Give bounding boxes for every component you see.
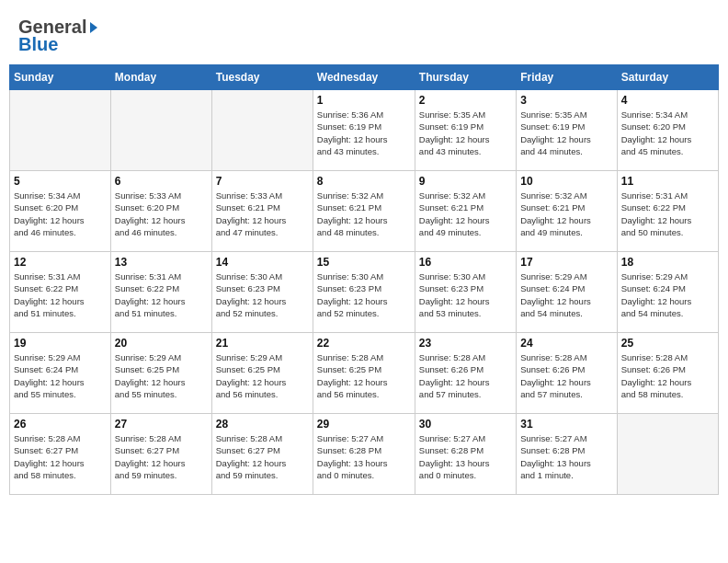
calendar-cell: 6Sunrise: 5:33 AM Sunset: 6:20 PM Daylig… [110,171,211,252]
day-number: 23 [419,337,512,350]
day-info: Sunrise: 5:31 AM Sunset: 6:22 PM Dayligh… [115,270,208,319]
day-info: Sunrise: 5:35 AM Sunset: 6:19 PM Dayligh… [419,109,512,157]
day-info: Sunrise: 5:28 AM Sunset: 6:27 PM Dayligh… [115,432,208,481]
day-number: 26 [14,418,107,431]
day-info: Sunrise: 5:28 AM Sunset: 6:26 PM Dayligh… [419,351,512,400]
day-number: 11 [621,175,714,188]
logo-blue: Blue [18,34,58,55]
calendar-cell [110,90,211,171]
weekday-header-row: SundayMondayTuesdayWednesdayThursdayFrid… [10,65,719,90]
day-info: Sunrise: 5:28 AM Sunset: 6:27 PM Dayligh… [216,432,309,481]
day-number: 30 [419,418,512,431]
calendar-cell: 21Sunrise: 5:29 AM Sunset: 6:25 PM Dayli… [211,333,313,414]
day-info: Sunrise: 5:28 AM Sunset: 6:26 PM Dayligh… [621,351,714,400]
day-info: Sunrise: 5:30 AM Sunset: 6:23 PM Dayligh… [419,270,512,319]
calendar-cell: 20Sunrise: 5:29 AM Sunset: 6:25 PM Dayli… [110,333,211,414]
day-info: Sunrise: 5:30 AM Sunset: 6:23 PM Dayligh… [317,270,411,319]
day-number: 10 [520,175,612,188]
day-number: 5 [14,175,107,188]
day-number: 6 [115,175,208,188]
day-info: Sunrise: 5:29 AM Sunset: 6:24 PM Dayligh… [520,270,612,319]
calendar-table: SundayMondayTuesdayWednesdayThursdayFrid… [9,64,719,495]
weekday-header-tuesday: Tuesday [211,65,313,90]
day-number: 27 [115,418,208,431]
calendar-cell: 23Sunrise: 5:28 AM Sunset: 6:26 PM Dayli… [415,333,516,414]
calendar-cell: 7Sunrise: 5:33 AM Sunset: 6:21 PM Daylig… [211,171,313,252]
calendar-cell: 30Sunrise: 5:27 AM Sunset: 6:28 PM Dayli… [415,414,516,495]
day-number: 12 [14,256,107,269]
day-number: 2 [419,94,512,107]
day-info: Sunrise: 5:28 AM Sunset: 6:25 PM Dayligh… [317,351,411,400]
calendar-cell: 17Sunrise: 5:29 AM Sunset: 6:24 PM Dayli… [517,252,617,333]
day-number: 19 [14,337,107,350]
day-info: Sunrise: 5:36 AM Sunset: 6:19 PM Dayligh… [317,109,411,157]
day-number: 3 [520,94,612,107]
day-info: Sunrise: 5:33 AM Sunset: 6:20 PM Dayligh… [115,190,208,238]
weekday-header-monday: Monday [110,65,211,90]
day-info: Sunrise: 5:27 AM Sunset: 6:28 PM Dayligh… [520,432,612,481]
day-info: Sunrise: 5:29 AM Sunset: 6:25 PM Dayligh… [115,351,208,400]
day-number: 21 [216,337,309,350]
day-info: Sunrise: 5:32 AM Sunset: 6:21 PM Dayligh… [419,190,512,238]
calendar-cell: 12Sunrise: 5:31 AM Sunset: 6:22 PM Dayli… [10,252,111,333]
day-number: 29 [317,418,411,431]
calendar-cell: 13Sunrise: 5:31 AM Sunset: 6:22 PM Dayli… [110,252,211,333]
calendar-cell: 4Sunrise: 5:34 AM Sunset: 6:20 PM Daylig… [617,90,718,171]
day-number: 8 [317,175,411,188]
calendar-cell: 9Sunrise: 5:32 AM Sunset: 6:21 PM Daylig… [415,171,516,252]
day-info: Sunrise: 5:31 AM Sunset: 6:22 PM Dayligh… [14,270,107,319]
day-number: 25 [621,337,714,350]
calendar-cell: 25Sunrise: 5:28 AM Sunset: 6:26 PM Dayli… [617,333,718,414]
day-info: Sunrise: 5:32 AM Sunset: 6:21 PM Dayligh… [317,190,411,238]
logo: General Blue [18,17,97,55]
calendar-week-row: 12Sunrise: 5:31 AM Sunset: 6:22 PM Dayli… [10,252,719,333]
calendar-cell: 19Sunrise: 5:29 AM Sunset: 6:24 PM Dayli… [10,333,111,414]
day-info: Sunrise: 5:32 AM Sunset: 6:21 PM Dayligh… [520,190,612,238]
day-number: 18 [621,256,714,269]
day-info: Sunrise: 5:33 AM Sunset: 6:21 PM Dayligh… [216,190,309,238]
calendar-cell: 15Sunrise: 5:30 AM Sunset: 6:23 PM Dayli… [313,252,415,333]
calendar-cell: 31Sunrise: 5:27 AM Sunset: 6:28 PM Dayli… [517,414,617,495]
calendar-cell: 14Sunrise: 5:30 AM Sunset: 6:23 PM Dayli… [211,252,313,333]
weekday-header-wednesday: Wednesday [313,65,415,90]
calendar-cell: 8Sunrise: 5:32 AM Sunset: 6:21 PM Daylig… [313,171,415,252]
day-info: Sunrise: 5:29 AM Sunset: 6:24 PM Dayligh… [14,351,107,400]
calendar-cell: 27Sunrise: 5:28 AM Sunset: 6:27 PM Dayli… [110,414,211,495]
calendar-cell: 18Sunrise: 5:29 AM Sunset: 6:24 PM Dayli… [617,252,718,333]
calendar-week-row: 26Sunrise: 5:28 AM Sunset: 6:27 PM Dayli… [10,414,719,495]
day-info: Sunrise: 5:28 AM Sunset: 6:27 PM Dayligh… [14,432,107,481]
day-number: 14 [216,256,309,269]
day-info: Sunrise: 5:35 AM Sunset: 6:19 PM Dayligh… [520,109,612,157]
calendar-week-row: 19Sunrise: 5:29 AM Sunset: 6:24 PM Dayli… [10,333,719,414]
calendar-cell: 16Sunrise: 5:30 AM Sunset: 6:23 PM Dayli… [415,252,516,333]
day-number: 9 [419,175,512,188]
weekday-header-thursday: Thursday [415,65,516,90]
calendar-cell: 2Sunrise: 5:35 AM Sunset: 6:19 PM Daylig… [415,90,516,171]
day-info: Sunrise: 5:28 AM Sunset: 6:26 PM Dayligh… [520,351,612,400]
calendar-cell: 24Sunrise: 5:28 AM Sunset: 6:26 PM Dayli… [517,333,617,414]
day-info: Sunrise: 5:29 AM Sunset: 6:24 PM Dayligh… [621,270,714,319]
logo-chevron-icon [90,22,97,33]
calendar-week-row: 5Sunrise: 5:34 AM Sunset: 6:20 PM Daylig… [10,171,719,252]
weekday-header-sunday: Sunday [10,65,111,90]
day-info: Sunrise: 5:31 AM Sunset: 6:22 PM Dayligh… [621,190,714,238]
calendar-cell: 29Sunrise: 5:27 AM Sunset: 6:28 PM Dayli… [313,414,415,495]
day-number: 31 [520,418,612,431]
day-info: Sunrise: 5:34 AM Sunset: 6:20 PM Dayligh… [621,109,714,157]
calendar-week-row: 1Sunrise: 5:36 AM Sunset: 6:19 PM Daylig… [10,90,719,171]
day-number: 1 [317,94,411,107]
day-info: Sunrise: 5:30 AM Sunset: 6:23 PM Dayligh… [216,270,309,319]
calendar-cell: 5Sunrise: 5:34 AM Sunset: 6:20 PM Daylig… [10,171,111,252]
calendar-cell [617,414,718,495]
day-number: 15 [317,256,411,269]
calendar-cell: 11Sunrise: 5:31 AM Sunset: 6:22 PM Dayli… [617,171,718,252]
day-number: 20 [115,337,208,350]
calendar-cell [10,90,111,171]
day-number: 4 [621,94,714,107]
day-number: 28 [216,418,309,431]
calendar-cell: 26Sunrise: 5:28 AM Sunset: 6:27 PM Dayli… [10,414,111,495]
day-info: Sunrise: 5:34 AM Sunset: 6:20 PM Dayligh… [14,190,107,238]
weekday-header-friday: Friday [517,65,617,90]
page-container: General Blue SundayMondayTuesdayWednesda… [9,9,719,495]
calendar-cell: 28Sunrise: 5:28 AM Sunset: 6:27 PM Dayli… [211,414,313,495]
